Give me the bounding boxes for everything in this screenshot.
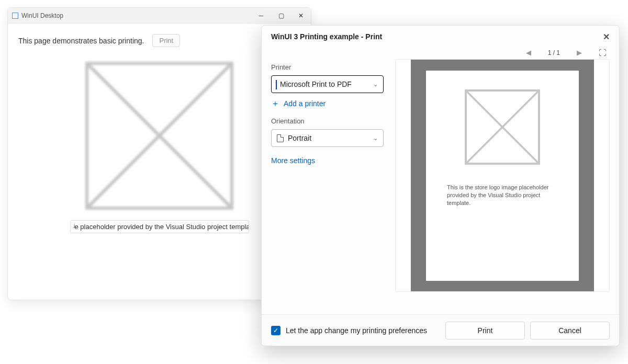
document-icon bbox=[277, 134, 284, 142]
add-printer-label: Add a printer bbox=[284, 99, 326, 108]
preview-placeholder-image bbox=[465, 89, 540, 165]
preferences-checkbox[interactable]: ✓ bbox=[271, 326, 281, 335]
window-title: WinUI Desktop bbox=[21, 12, 63, 19]
close-button[interactable]: ✕ bbox=[291, 8, 311, 24]
chevron-down-icon: ⌄ bbox=[373, 81, 378, 88]
next-page-icon[interactable]: ▶ bbox=[575, 47, 584, 59]
dialog-title: WinUI 3 Printing example - Print bbox=[271, 32, 382, 41]
fit-icon[interactable]: ⛶ bbox=[599, 48, 607, 57]
preview-page-bg: This is the store logo image placeholder… bbox=[411, 60, 594, 291]
placeholder-image bbox=[85, 62, 233, 210]
print-dialog: WinUI 3 Printing example - Print ✕ ◀ 1 /… bbox=[261, 25, 620, 346]
dialog-header: WinUI 3 Printing example - Print ✕ bbox=[262, 26, 619, 48]
print-button[interactable]: Print bbox=[152, 34, 180, 47]
titlebar: WinUI Desktop ─ ▢ ✕ bbox=[8, 8, 311, 24]
intro-text: This page demonstrates basic printing. bbox=[18, 37, 144, 45]
close-icon[interactable]: ✕ bbox=[600, 31, 612, 42]
orientation-value: Portrait bbox=[288, 134, 311, 142]
printer-select[interactable]: Microsoft Print to PDF ⌄ bbox=[271, 75, 384, 93]
more-settings-label: More settings bbox=[271, 156, 315, 165]
dialog-print-button[interactable]: Print bbox=[445, 322, 525, 339]
text-caret bbox=[276, 80, 277, 89]
orientation-label: Orientation bbox=[271, 117, 384, 125]
settings-panel: Printer Microsoft Print to PDF ⌄ ＋ Add a… bbox=[271, 48, 384, 314]
chevron-down-icon: ⌄ bbox=[373, 135, 378, 142]
preview-page: This is the store logo image placeholder… bbox=[426, 71, 579, 281]
placeholder-textbox[interactable]: ʲe placeholder provided by the Visual St… bbox=[70, 220, 249, 233]
printer-label: Printer bbox=[271, 63, 384, 71]
preview-frame: This is the store logo image placeholder… bbox=[395, 59, 610, 292]
preferences-checkbox-label: Let the app change my printing preferenc… bbox=[286, 326, 427, 335]
minimize-button[interactable]: ─ bbox=[251, 8, 271, 24]
dialog-cancel-button[interactable]: Cancel bbox=[530, 322, 610, 339]
more-settings-link[interactable]: More settings bbox=[271, 156, 384, 165]
prev-page-icon[interactable]: ◀ bbox=[524, 47, 533, 59]
plus-icon: ＋ bbox=[271, 99, 279, 108]
orientation-select[interactable]: Portrait ⌄ bbox=[271, 129, 384, 147]
preview-nav: ◀ 1 / 1 ▶ ⛶ bbox=[524, 47, 607, 59]
printer-value: Microsoft Print to PDF bbox=[280, 80, 352, 88]
dialog-footer: ✓ Let the app change my printing prefere… bbox=[262, 314, 619, 346]
app-icon bbox=[12, 13, 18, 19]
add-printer-link[interactable]: ＋ Add a printer bbox=[271, 99, 384, 108]
maximize-button[interactable]: ▢ bbox=[271, 8, 291, 24]
preview-caption: This is the store logo image placeholder… bbox=[445, 184, 560, 208]
preview-panel: This is the store logo image placeholder… bbox=[395, 48, 610, 314]
page-indicator: 1 / 1 bbox=[548, 49, 560, 56]
window-controls: ─ ▢ ✕ bbox=[251, 8, 311, 24]
